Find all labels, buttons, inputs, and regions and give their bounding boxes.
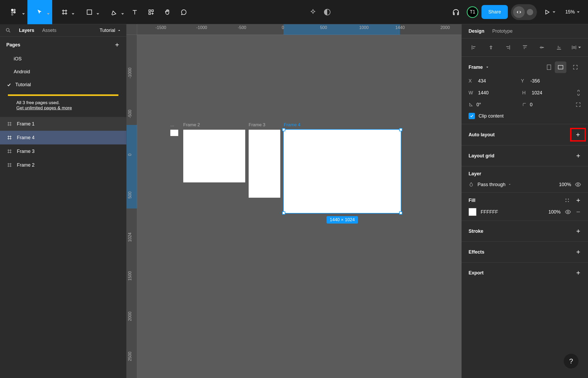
eye-icon[interactable] [565,209,571,215]
svg-rect-5 [87,10,91,14]
file-selector[interactable]: Tutorial [100,28,121,33]
ruler-horizontal: -1500 -1000 -500 0 500 1000 1440 2000 [137,24,461,35]
fill-hex-field[interactable]: FFFFFF [481,209,544,215]
corner-radius-field[interactable]: 0 [522,102,570,108]
chevron-down-icon [121,13,124,15]
dev-mode-toggle[interactable] [511,4,537,20]
add-auto-layout-button[interactable] [570,128,586,142]
canvas-area[interactable]: -1500 -1000 -500 0 500 1000 1440 2000 -1… [127,24,461,378]
resize-handle-icon[interactable] [282,211,285,215]
distribute-button[interactable] [571,43,581,52]
audio-button[interactable] [448,8,464,16]
theme-toggle[interactable] [323,8,331,16]
sparkle-icon [309,8,317,16]
align-right-button[interactable] [503,43,513,52]
page-row[interactable]: iOS [0,52,126,65]
eye-icon[interactable] [575,181,581,188]
shape-tool[interactable] [77,0,102,24]
svg-rect-0 [11,9,13,11]
svg-point-13 [577,184,579,185]
blend-mode-select[interactable]: Pass through [478,182,555,187]
align-left-button[interactable] [469,43,479,52]
chevron-down-icon [72,13,74,15]
page-row[interactable]: Android [0,65,126,78]
layer-opacity-field[interactable]: 100% [559,182,571,187]
rotation-field[interactable]: 0° [469,102,516,108]
avatar[interactable]: T1 [467,6,478,18]
free-pages-message: All 3 free pages used. Get unlimited pag… [0,99,126,117]
independent-corners-icon[interactable] [575,102,581,108]
rectangle-icon [86,9,93,16]
headphones-icon [452,8,460,16]
comment-tool[interactable] [176,0,192,24]
layer-row[interactable]: Frame 1 [0,117,126,131]
canvas-frame-selected[interactable]: Frame 4 1440 × 1024 [284,130,401,213]
code-icon [516,9,522,15]
svg-rect-2 [11,11,13,13]
layer-row[interactable]: Frame 3 [0,144,126,158]
frame-label: Frame 2 [183,122,200,128]
layer-row[interactable]: Frame 4 [0,131,126,144]
resize-handle-icon[interactable] [282,128,285,131]
tab-assets[interactable]: Assets [42,28,56,33]
canvas-frame[interactable]: ... [170,130,178,136]
tab-layers[interactable]: Layers [19,28,34,33]
resize-to-fit-button[interactable] [570,61,581,73]
x-field[interactable]: X434 [469,78,516,84]
orientation-portrait[interactable] [543,61,555,73]
resize-handle-icon[interactable] [399,211,402,215]
share-button[interactable]: Share [481,5,508,19]
plus-icon[interactable] [575,249,581,255]
frame-label: Frame 3 [249,122,265,128]
alignment-row [462,38,588,57]
resize-handle-icon[interactable] [399,128,402,131]
page-row[interactable]: Tutorial [0,78,126,91]
pen-tool[interactable] [102,0,127,24]
align-bottom-button[interactable] [554,43,564,52]
canvas-frame[interactable]: Frame 2 [183,130,245,182]
svg-point-17 [568,201,569,202]
plus-icon[interactable] [575,270,581,276]
clip-content-checkbox[interactable]: Clip content [469,113,504,119]
frame-preset-select[interactable]: Frame [469,65,489,70]
text-tool[interactable] [127,0,143,24]
chevron-down-icon [577,11,580,13]
corner-icon [522,102,527,107]
zoom-value: 15% [565,9,575,15]
link-icon[interactable] [576,89,581,96]
fill-opacity-field[interactable]: 100% [548,209,561,215]
layer-row[interactable]: Frame 2 [0,158,126,172]
y-field[interactable]: Y-356 [521,78,568,84]
style-icon[interactable] [564,197,570,203]
page-name: Tutorial [15,82,31,88]
plus-icon[interactable] [575,153,581,159]
page-name: Android [14,69,30,75]
orientation-landscape[interactable] [555,61,566,73]
main-menu-button[interactable] [0,0,27,24]
file-name: Tutorial [100,28,115,33]
zoom-level[interactable]: 15% [562,9,583,15]
tab-prototype[interactable]: Prototype [492,28,513,34]
fill-swatch[interactable] [469,208,476,216]
height-field[interactable]: H1024 [522,90,570,96]
align-top-button[interactable] [520,43,530,52]
plus-icon[interactable] [114,42,120,48]
frame-tool[interactable] [52,0,77,24]
resources-tool[interactable] [143,0,159,24]
align-h-center-button[interactable] [486,43,496,52]
minus-icon[interactable] [575,209,581,215]
tab-design[interactable]: Design [469,28,484,34]
hand-tool[interactable] [159,0,176,24]
plus-icon[interactable] [575,228,581,234]
align-v-center-button[interactable] [537,43,547,52]
svg-rect-8 [149,13,151,14]
canvas-frame[interactable]: Frame 3 [249,130,280,198]
plugins-button[interactable] [309,8,317,16]
plus-icon[interactable] [575,197,581,203]
present-button[interactable] [540,9,559,16]
upgrade-link[interactable]: Get unlimited pages & more [16,105,72,110]
search-icon[interactable] [5,27,11,33]
move-tool[interactable] [27,0,52,24]
help-button[interactable]: ? [564,354,579,369]
width-field[interactable]: W1440 [469,90,516,96]
